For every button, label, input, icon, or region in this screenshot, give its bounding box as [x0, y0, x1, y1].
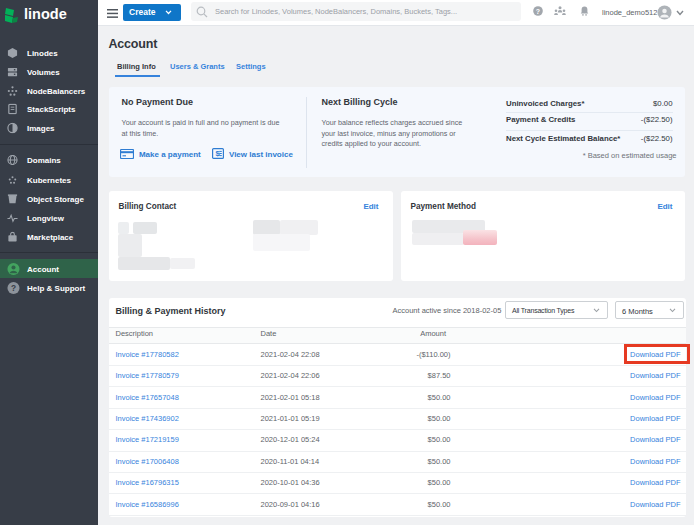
svg-text:?: ?: [536, 8, 540, 15]
svg-text:?: ?: [11, 283, 16, 293]
